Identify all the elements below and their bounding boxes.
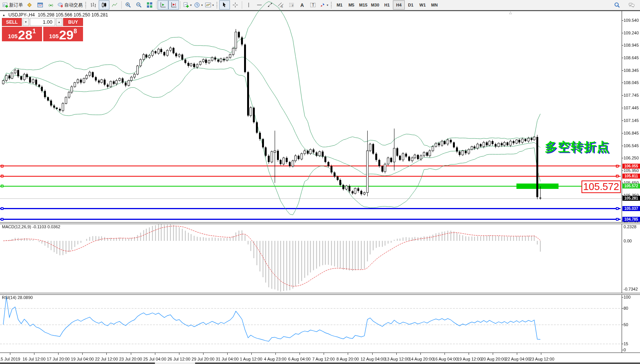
resistance-line-1-handle[interactable] (1, 165, 3, 167)
zoom-out-button[interactable] (134, 0, 144, 10)
horizontal-scrollbar[interactable] (0, 362, 640, 364)
svg-text:F: F (292, 4, 294, 7)
timeframe-d1-button[interactable]: D1 (405, 0, 417, 10)
zoom-in-button[interactable] (123, 0, 134, 10)
sell-quote[interactable]: 105281 (2, 27, 42, 41)
time-tick-label: 16 Jul 12:00 (23, 357, 46, 361)
timeframe-mn-button[interactable]: MN (428, 0, 440, 10)
bar-chart-mode-button[interactable] (88, 0, 99, 10)
cursor-icon (221, 2, 228, 8)
fibonacci-button[interactable]: F (286, 0, 297, 10)
volume-input[interactable] (30, 18, 55, 26)
horizontal-scrollbar-gap (155, 362, 195, 364)
indicators-list-button[interactable]: ▾ (204, 0, 215, 10)
price-badge-105.037: 105.037 (622, 206, 640, 211)
support-line-1-handle[interactable] (1, 207, 3, 210)
price-tick-label: 108.345 (624, 68, 639, 73)
time-tick-label: 12 Aug 04:00 (361, 357, 386, 361)
market-window-button[interactable] (35, 0, 46, 10)
timeframe-m5-button[interactable]: M5 (345, 0, 357, 10)
resistance-line-1-handle[interactable] (616, 165, 619, 167)
chevron-down-icon[interactable]: ▾ (201, 3, 203, 7)
toolbar-grip[interactable] (331, 2, 332, 8)
pivot-line-handle[interactable] (1, 185, 3, 187)
window-chart-icon (37, 2, 43, 8)
tile-windows-button[interactable] (144, 0, 155, 10)
auto-trading-button[interactable]: 自动交易 (56, 0, 84, 10)
support-line-2[interactable] (0, 219, 620, 220)
timeframe-h1-button[interactable]: H1 (381, 0, 393, 10)
svg-text:T: T (312, 3, 314, 7)
support-line-1[interactable] (0, 208, 620, 209)
rsi-axis-label: 80 (624, 306, 628, 310)
timeframe-h4-button[interactable]: H4 (393, 0, 405, 10)
price-tick-label: 106.250 (624, 156, 639, 160)
support-line-2-handle[interactable] (616, 218, 619, 221)
chevron-down-icon[interactable]: ▾ (190, 3, 192, 7)
signals-button[interactable] (46, 0, 56, 10)
current-price-line (0, 198, 622, 199)
line-chart-mode-button[interactable] (109, 0, 120, 10)
equidistant-channel-button[interactable]: E (275, 0, 286, 10)
toolbar-grip[interactable] (85, 2, 87, 8)
chart-shift-marker-icon[interactable]: △ (509, 11, 512, 15)
sell-button[interactable]: SELL (2, 18, 22, 26)
tag-icon (26, 2, 33, 8)
pivot-line[interactable] (0, 186, 620, 187)
chart-canvas[interactable] (0, 0, 640, 364)
rsi-panel-separator[interactable] (0, 293, 640, 295)
arrows-button[interactable]: ▾ (318, 0, 329, 10)
price-tick-label: 106.845 (624, 131, 639, 135)
support-line-2-handle[interactable] (1, 218, 3, 221)
support-line-1-handle[interactable] (616, 207, 619, 210)
price-tick-label: 107.445 (624, 106, 639, 110)
buy-quote[interactable]: 105298 (43, 27, 83, 41)
resistance-line-1[interactable] (0, 166, 620, 166)
new-order-button[interactable]: 新订单 (1, 0, 24, 10)
vertical-line-button[interactable] (243, 0, 254, 10)
resistance-line-2[interactable] (0, 176, 620, 177)
time-tick-label: 22 Jul 12:00 (95, 357, 118, 361)
crosshair-button[interactable] (230, 0, 241, 10)
timeframe-m30-button[interactable]: M30 (369, 0, 381, 10)
search-button[interactable] (612, 0, 622, 10)
volume-down-button[interactable]: ▼ (23, 18, 29, 26)
time-tick-label: 20 Aug 20:00 (481, 357, 506, 361)
timeframe-w1-button[interactable]: W1 (417, 0, 428, 10)
rsi-axis-label: 15 (624, 341, 628, 346)
chevron-down-icon[interactable]: ▾ (327, 3, 328, 7)
chart-shift-button[interactable] (168, 0, 179, 10)
auto-scroll-button[interactable] (158, 0, 168, 10)
resistance-line-2-handle[interactable] (616, 175, 619, 177)
candlestick-mode-button[interactable] (99, 0, 109, 10)
chart-plus-icon (2, 2, 8, 8)
price-tick-label: 107.145 (624, 118, 639, 123)
rsi-axis-label: 100 (624, 295, 630, 299)
axes-red-icon (171, 2, 177, 8)
indicator-icon (205, 2, 211, 8)
one-click-panel-toggle-icon[interactable]: ▲ (2, 13, 5, 17)
price-callout-box[interactable]: 105.572 (581, 180, 621, 193)
chinese-annotation[interactable]: 多空转折点 (545, 139, 610, 156)
cursor-button[interactable] (219, 0, 230, 10)
favorites-button[interactable] (24, 0, 35, 10)
chart-title: ▲ USDJPY-,H4 105.298 105.566 105.250 105… (2, 12, 108, 18)
chat-button[interactable] (626, 0, 637, 10)
time-tick-label: 31 Jul 04:00 (216, 357, 239, 361)
new-chart-button[interactable]: ▾ (182, 0, 193, 10)
text-button[interactable]: A (297, 0, 308, 10)
volume-up-button[interactable]: ▲ (56, 18, 62, 26)
trendline-button[interactable] (265, 0, 275, 10)
toolbar-grip[interactable] (216, 2, 218, 8)
horizontal-line-button[interactable] (254, 0, 265, 10)
buy-button[interactable]: BUY (63, 18, 83, 26)
timeframe-m15-button[interactable]: M15 (357, 0, 369, 10)
time-tick-label: 17 Jul 20:00 (47, 357, 70, 361)
text-label-button[interactable]: T (308, 0, 318, 10)
time-tick-label: 29 Jul 20:00 (192, 357, 215, 361)
period-presets-button[interactable]: ▾ (193, 0, 204, 10)
timeframe-m1-button[interactable]: M1 (334, 0, 345, 10)
macd-panel-separator[interactable] (0, 222, 640, 224)
resistance-line-2-handle[interactable] (1, 175, 3, 177)
chevron-down-icon[interactable]: ▾ (212, 3, 214, 7)
